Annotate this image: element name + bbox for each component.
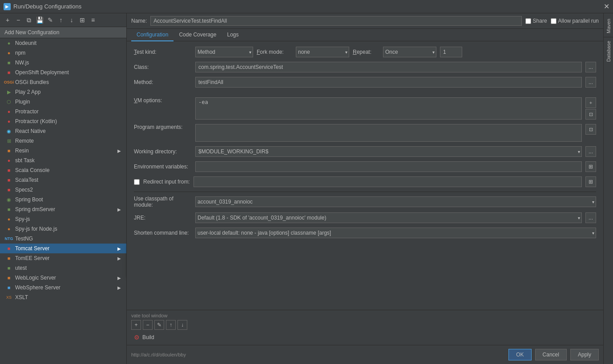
sidebar-item-osgi[interactable]: OSGi OSGi Bundles xyxy=(0,77,126,87)
sidebar-item-protractor-kotlin[interactable]: ● Protractor (Kotlin) xyxy=(0,116,126,126)
ok-button[interactable]: OK xyxy=(508,349,531,360)
remove-config-btn[interactable]: − xyxy=(13,15,23,25)
add-config-btn[interactable]: + xyxy=(3,15,12,25)
sidebar-item-npm-label: npm xyxy=(15,50,25,56)
sidebar-item-play2[interactable]: ▶ Play 2 App xyxy=(0,87,126,97)
tab-configuration[interactable]: Configuration xyxy=(131,29,173,41)
sidebar-item-nwjs[interactable]: ■ NW.js xyxy=(0,58,126,68)
sidebar-item-openshift[interactable]: ■ OpenShift Deployment xyxy=(0,68,126,77)
edit-config-btn[interactable]: ✎ xyxy=(45,15,55,25)
vm-options-input[interactable]: -ea xyxy=(195,97,582,120)
test-kind-select[interactable]: Method xyxy=(195,47,253,57)
test-kind-row: Test kind: Method Fork mode: none Repeat xyxy=(134,47,596,57)
sidebar-item-websphere[interactable]: ■ WebSphere Server ▶ xyxy=(0,283,126,292)
database-panel-label[interactable]: Database xyxy=(605,37,612,65)
vm-fullscreen-btn[interactable]: ⊡ xyxy=(585,109,596,120)
sidebar-item-spyjs-node[interactable]: ● Spy-js for Node.js xyxy=(0,224,126,234)
testng-icon: NTG xyxy=(5,235,12,242)
jre-select[interactable]: Default (1.8 - SDK of 'account_0319_anno… xyxy=(195,212,582,223)
sidebar-item-resin[interactable]: ■ Resin ▶ xyxy=(0,146,126,156)
module-select[interactable]: account_0319_annoioc xyxy=(195,196,596,207)
fork-mode-select[interactable]: none xyxy=(296,47,349,57)
sidebar-toolbar: + − ⧉ 💾 ✎ ↑ ↓ ⊞ ≡ xyxy=(0,13,126,27)
prog-fullscreen-btn[interactable]: ⊡ xyxy=(585,124,596,135)
move-down-btn[interactable]: ↓ xyxy=(67,15,77,25)
tomee-icon: ■ xyxy=(5,255,12,262)
group-btn[interactable]: ⊞ xyxy=(77,15,87,25)
sidebar-item-weblogic[interactable]: ■ WebLogic Server ▶ xyxy=(0,273,126,283)
before-launch-add-btn[interactable]: + xyxy=(131,320,141,330)
redirect-checkbox[interactable] xyxy=(134,179,140,185)
sidebar-item-spyjs[interactable]: ● Spy-js xyxy=(0,214,126,224)
save-config-btn[interactable]: 💾 xyxy=(35,15,44,25)
sidebar-item-spring-dm[interactable]: ■ Spring dmServer ▶ xyxy=(0,204,126,214)
sidebar-item-specs2[interactable]: ■ Specs2 xyxy=(0,185,126,195)
repeat-count-input[interactable] xyxy=(440,47,462,57)
sort-btn[interactable]: ≡ xyxy=(88,15,98,25)
name-input[interactable] xyxy=(150,16,521,26)
cancel-button[interactable]: Cancel xyxy=(535,349,567,360)
sidebar-item-npm[interactable]: ● npm xyxy=(0,48,126,58)
method-browse-btn[interactable]: ... xyxy=(585,77,596,88)
sidebar-item-protractor-label: Protractor xyxy=(15,108,39,115)
sidebar-item-spring-boot[interactable]: ◉ Spring Boot xyxy=(0,195,126,204)
redirect-input[interactable] xyxy=(194,176,582,187)
sidebar-item-tomee-label: TomEE Server xyxy=(15,255,49,261)
sidebar-item-scalatest[interactable]: ■ ScalaTest xyxy=(0,175,126,185)
sidebar-item-react-native[interactable]: ◉ React Native xyxy=(0,126,126,136)
copy-config-btn[interactable]: ⧉ xyxy=(24,15,34,25)
sidebar-item-remote[interactable]: ⊞ Remote xyxy=(0,136,126,146)
sidebar-item-tomee[interactable]: ■ TomEE Server ▶ xyxy=(0,253,126,263)
shorten-select[interactable]: user-local default: none - java [options… xyxy=(195,228,596,238)
jre-browse-btn[interactable]: ... xyxy=(585,212,596,223)
share-checkbox[interactable] xyxy=(525,18,531,24)
class-label: Class: xyxy=(134,64,192,70)
method-row: Method: ... xyxy=(134,77,596,88)
class-input[interactable] xyxy=(195,62,582,72)
name-label: Name: xyxy=(131,18,147,24)
program-args-label: Program arguments: xyxy=(134,124,192,130)
sidebar-item-testng[interactable]: NTG TestNG xyxy=(0,234,126,244)
sidebar-item-sbt[interactable]: ● sbt Task xyxy=(0,156,126,165)
tomcat-arrow-icon: ▶ xyxy=(117,246,121,251)
redirect-row: Redirect input from: ⊞ xyxy=(134,176,596,187)
specs2-icon: ■ xyxy=(5,186,12,193)
allow-parallel-checkbox[interactable] xyxy=(551,18,557,24)
sidebar-item-specs2-label: Specs2 xyxy=(15,187,33,193)
move-up-btn[interactable]: ↑ xyxy=(56,15,66,25)
before-launch-section: vate tool window + − ✎ ↑ ↓ ⚙ Build xyxy=(127,310,603,345)
env-vars-btn[interactable]: ⊞ xyxy=(585,161,596,172)
env-vars-input[interactable] xyxy=(195,161,582,172)
before-launch-remove-btn[interactable]: − xyxy=(143,320,153,330)
class-browse-btn[interactable]: ... xyxy=(585,62,596,72)
plugin-icon: ⬡ xyxy=(5,98,12,105)
tab-logs[interactable]: Logs xyxy=(222,29,244,41)
action-buttons: http://a/c.rl/d/otloulen/bby OK Cancel A… xyxy=(127,345,603,364)
program-args-input[interactable] xyxy=(195,124,582,142)
before-launch-down-btn[interactable]: ↓ xyxy=(177,320,187,330)
before-launch-edit-btn[interactable]: ✎ xyxy=(154,320,164,330)
spyjs-icon: ● xyxy=(5,216,12,223)
method-input[interactable] xyxy=(195,77,582,88)
sidebar-item-utest[interactable]: ■ utest xyxy=(0,263,126,273)
close-button[interactable]: ✕ xyxy=(604,2,609,11)
sidebar-item-protractor[interactable]: ● Protractor xyxy=(0,107,126,116)
working-dir-browse-btn[interactable]: ... xyxy=(585,146,596,157)
sidebar-item-xslt[interactable]: XS XSLT xyxy=(0,292,126,302)
env-vars-label: Environment variables: xyxy=(134,164,192,170)
working-dir-select[interactable]: $MODULE_WORKING_DIR$ xyxy=(195,146,582,157)
sidebar-item-tomcat[interactable]: ■ Tomcat Server ▶ Add New 'Tomcat Server… xyxy=(0,244,126,253)
play2-icon: ▶ xyxy=(5,88,12,96)
before-launch-up-btn[interactable]: ↑ xyxy=(166,320,176,330)
tomcat-icon: ■ xyxy=(5,245,12,252)
sidebar-item-nodeunit[interactable]: ● Nodeunit xyxy=(0,38,126,48)
shorten-label: Shorten command line: xyxy=(134,230,192,236)
vm-expand-btn[interactable]: + xyxy=(585,97,596,108)
sidebar-item-scala-console[interactable]: ■ Scala Console xyxy=(0,165,126,175)
sidebar-item-plugin[interactable]: ⬡ Plugin xyxy=(0,97,126,107)
maven-panel-label[interactable]: Maven xyxy=(605,15,612,37)
apply-button[interactable]: Apply xyxy=(570,349,599,360)
repeat-select[interactable]: Once xyxy=(383,47,436,57)
tab-code-coverage[interactable]: Code Coverage xyxy=(173,29,222,41)
redirect-browse-btn[interactable]: ⊞ xyxy=(585,176,596,187)
